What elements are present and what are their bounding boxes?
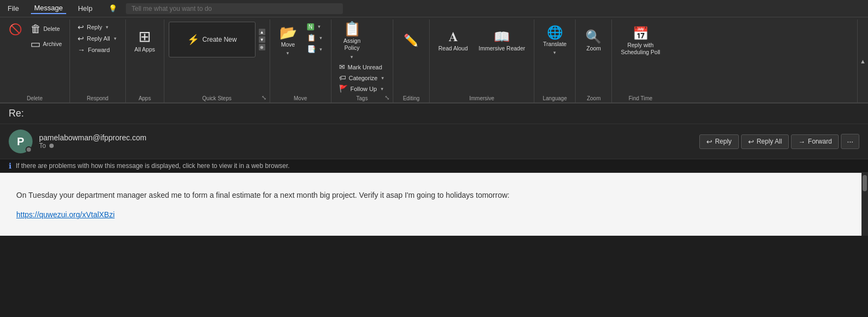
delete-button[interactable]: 🗑 Delete (27, 22, 65, 36)
read-aloud-button[interactable]: 𝐀 Read Aloud (434, 22, 472, 61)
onenote-icon: 📑 (307, 45, 316, 53)
search-input[interactable] (131, 5, 337, 12)
scheduling-poll-icon: 📅 (633, 27, 649, 40)
all-apps-label: All Apps (135, 46, 155, 53)
menu-help[interactable]: Help (75, 3, 96, 14)
menu-message[interactable]: Message (31, 3, 66, 14)
translate-button[interactable]: 🌐 Translate ▾ (539, 22, 571, 61)
move-dropdown-icon[interactable]: ▾ (285, 49, 290, 57)
to-label: To (39, 142, 46, 150)
reply-email-label: Reply (715, 138, 732, 145)
create-new-button[interactable]: ⚡ Create New (184, 30, 240, 49)
follow-up-icon: 🚩 (339, 85, 348, 93)
forward-button[interactable]: → Forward (74, 44, 113, 55)
move-group-label: Move (270, 95, 331, 101)
ribbon-group-apps: ⊞ All Apps Apps (126, 20, 164, 102)
email-link[interactable]: https://quwezui.org/xVtalXBzi (16, 210, 114, 219)
archive-button[interactable]: ▭ Archive (27, 37, 65, 51)
scheduling-poll-label: Reply withScheduling Poll (621, 42, 660, 55)
reply-email-icon: ↩ (706, 138, 712, 146)
email-sender-area: P pamelabowman@ifpprorec.com To ↩ Reply … (0, 124, 868, 159)
reply-all-button[interactable]: ↩ Reply All ▾ (74, 33, 121, 44)
move-to-button[interactable]: N ▾ (304, 22, 327, 31)
zoom-group-label: Zoom (576, 95, 611, 101)
categorize-icon: 🏷 (339, 74, 346, 82)
translate-dropdown[interactable]: ▾ (552, 49, 557, 56)
forward-email-icon: → (798, 138, 805, 146)
follow-up-dropdown[interactable]: ▾ (380, 85, 385, 93)
immersive-reader-button[interactable]: 📖 Immersive Reader (474, 22, 529, 61)
move-to-icon: N (307, 23, 314, 30)
email-scroll-area[interactable]: On Tuesday your department manager asked… (0, 173, 861, 236)
delete-group-label: Delete (0, 95, 69, 101)
warning-bar[interactable]: ℹ If there are problems with how this me… (0, 159, 868, 173)
reply-button[interactable]: ↩ Reply ▾ (74, 22, 113, 33)
sender-info: pamelabowman@ifpprorec.com To (39, 133, 146, 150)
ribbon-group-zoom: 🔍 Zoom Zoom (576, 20, 612, 102)
quick-steps-up[interactable]: ▲ (259, 29, 265, 35)
read-aloud-icon: 𝐀 (449, 30, 458, 43)
respond-group-label: Respond (70, 95, 125, 101)
quick-steps-dialog-launcher[interactable]: ⤡ (261, 94, 266, 101)
zoom-button[interactable]: 🔍 Zoom (580, 22, 607, 61)
create-new-label: Create New (202, 36, 237, 43)
warning-text: If there are problems with how this mess… (16, 162, 290, 170)
reply-all-email-button[interactable]: ↩ Reply All (741, 134, 789, 149)
junk-button[interactable]: 🚫 (4, 22, 26, 37)
ribbon-group-respond: ↩ Reply ▾ ↩ Reply All ▾ → Forward Respon… (70, 20, 126, 102)
categorize-dropdown[interactable]: ▾ (380, 74, 385, 82)
ribbon-collapse-button[interactable]: ▲ (857, 20, 868, 102)
categorize-label: Categorize (349, 75, 378, 81)
forward-label: Forward (88, 47, 110, 53)
reply-dropdown-icon[interactable]: ▾ (105, 23, 110, 31)
avatar-online-indicator (25, 146, 32, 153)
scheduling-poll-button[interactable]: 📅 Reply withScheduling Poll (616, 22, 664, 61)
forward-email-button[interactable]: → Forward (791, 134, 839, 149)
move-button[interactable]: 📂 Move ▾ (275, 22, 302, 61)
search-bar[interactable] (126, 3, 343, 14)
reply-all-icon: ↩ (78, 34, 84, 43)
assign-policy-button[interactable]: 📋 AssignPolicy ▾ (336, 22, 368, 61)
rules-dropdown[interactable]: ▾ (318, 34, 323, 42)
info-icon: ℹ (9, 161, 11, 170)
mark-unread-button[interactable]: ✉ Mark Unread (336, 62, 388, 72)
menu-file[interactable]: File (4, 3, 22, 14)
tags-dialog-launcher[interactable]: ⤡ (385, 94, 390, 101)
rules-button[interactable]: 📋 ▾ (304, 33, 327, 43)
menu-bar: File Message Help 💡 (0, 0, 868, 17)
move-to-dropdown[interactable]: ▾ (317, 23, 322, 30)
onenote-dropdown[interactable]: ▾ (318, 46, 323, 53)
all-apps-button[interactable]: ⊞ All Apps (130, 22, 159, 61)
find-time-group-label: Find Time (612, 95, 668, 101)
follow-up-button[interactable]: 🚩 Follow Up ▾ (336, 83, 388, 94)
more-actions-button[interactable]: ··· (841, 134, 859, 149)
ribbon-group-find-time: 📅 Reply withScheduling Poll Find Time (612, 20, 668, 102)
quick-steps-expand[interactable]: ⊕ (259, 44, 265, 50)
read-aloud-label: Read Aloud (438, 45, 468, 52)
editing-button[interactable]: ✏️ (398, 22, 425, 61)
ribbon-group-quick-steps: ⚡ Create New ▲ ▼ ⊕ Quick Steps ⤡ (164, 20, 270, 102)
reply-all-dropdown-icon[interactable]: ▾ (113, 35, 118, 42)
ribbon-group-editing: ✏️ Editing (393, 20, 430, 102)
quick-steps-down[interactable]: ▼ (259, 36, 265, 43)
translate-label: Translate (543, 41, 566, 48)
scrollbar-track[interactable] (861, 173, 868, 236)
assign-policy-dropdown[interactable]: ▾ (349, 53, 354, 61)
to-line: To (39, 142, 146, 150)
categorize-button[interactable]: 🏷 Categorize ▾ (336, 73, 388, 83)
email-subject-bar: Re: (0, 103, 868, 124)
onenote-button[interactable]: 📑 ▾ (304, 44, 327, 54)
avatar-letter: P (17, 135, 24, 148)
scrollbar-thumb[interactable] (863, 175, 867, 191)
mark-unread-icon: ✉ (339, 63, 345, 71)
move-label: Move (281, 41, 295, 48)
quick-steps-box: ⚡ Create New (169, 22, 256, 57)
archive-icon: ▭ (30, 38, 41, 49)
tags-group-label: Tags (331, 95, 393, 101)
email-subject-prefix: Re: (9, 108, 24, 119)
immersive-reader-icon: 📖 (494, 30, 510, 43)
quick-steps-group-label: Quick Steps (164, 95, 270, 101)
ribbon: 🚫 🗑 Delete ▭ Archive Delete (0, 17, 868, 103)
reply-email-button[interactable]: ↩ Reply (699, 134, 739, 149)
delete-icon: 🗑 (30, 23, 41, 34)
